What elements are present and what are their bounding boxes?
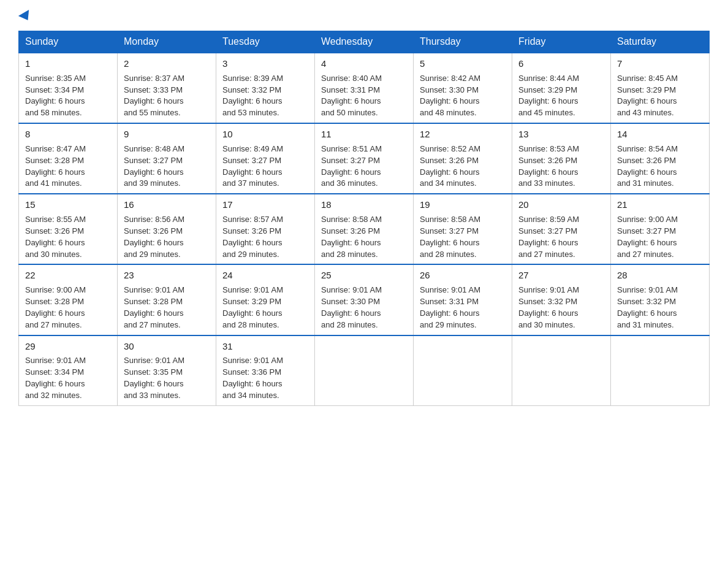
calendar-cell: 17 Sunrise: 8:57 AMSunset: 3:26 PMDaylig… (216, 194, 315, 264)
day-number: 23 (124, 269, 210, 282)
weekday-header-friday: Friday (512, 31, 611, 53)
day-info: Sunrise: 8:58 AMSunset: 3:26 PMDaylight:… (321, 215, 382, 259)
calendar-cell: 30 Sunrise: 9:01 AMSunset: 3:35 PMDaylig… (118, 335, 216, 406)
day-number: 31 (222, 340, 308, 353)
calendar-cell: 18 Sunrise: 8:58 AMSunset: 3:26 PMDaylig… (315, 194, 414, 264)
day-number: 22 (25, 269, 111, 282)
day-number: 28 (617, 269, 703, 282)
logo-arrow-icon (18, 10, 33, 23)
day-number: 18 (321, 198, 407, 212)
calendar-cell: 20 Sunrise: 8:59 AMSunset: 3:27 PMDaylig… (512, 194, 611, 264)
day-number: 21 (617, 198, 703, 212)
calendar-cell: 11 Sunrise: 8:51 AMSunset: 3:27 PMDaylig… (315, 123, 414, 194)
day-number: 15 (25, 198, 111, 212)
weekday-header-thursday: Thursday (414, 31, 512, 53)
weekday-header-tuesday: Tuesday (216, 31, 315, 53)
day-number: 13 (518, 128, 604, 141)
day-info: Sunrise: 8:54 AMSunset: 3:26 PMDaylight:… (617, 144, 678, 188)
calendar-cell: 22 Sunrise: 9:00 AMSunset: 3:28 PMDaylig… (19, 264, 118, 335)
calendar-cell: 31 Sunrise: 9:01 AMSunset: 3:36 PMDaylig… (216, 335, 315, 406)
day-info: Sunrise: 9:00 AMSunset: 3:27 PMDaylight:… (617, 215, 678, 259)
calendar-cell: 3 Sunrise: 8:39 AMSunset: 3:32 PMDayligh… (216, 53, 315, 123)
weekday-header-sunday: Sunday (19, 31, 118, 53)
day-info: Sunrise: 9:01 AMSunset: 3:36 PMDaylight:… (222, 356, 283, 400)
calendar-cell: 13 Sunrise: 8:53 AMSunset: 3:26 PMDaylig… (512, 123, 611, 194)
day-number: 1 (25, 57, 111, 71)
day-number: 9 (124, 128, 210, 141)
calendar-table: SundayMondayTuesdayWednesdayThursdayFrid… (18, 31, 710, 406)
day-number: 29 (25, 340, 111, 353)
day-number: 17 (222, 198, 308, 212)
day-info: Sunrise: 8:44 AMSunset: 3:29 PMDaylight:… (518, 74, 579, 118)
day-info: Sunrise: 8:35 AMSunset: 3:34 PMDaylight:… (25, 74, 86, 118)
day-number: 4 (321, 57, 407, 71)
day-info: Sunrise: 8:52 AMSunset: 3:26 PMDaylight:… (420, 144, 480, 188)
calendar-cell: 24 Sunrise: 9:01 AMSunset: 3:29 PMDaylig… (216, 264, 315, 335)
day-number: 5 (420, 57, 506, 71)
week-row-3: 15 Sunrise: 8:55 AMSunset: 3:26 PMDaylig… (19, 194, 710, 264)
day-info: Sunrise: 8:58 AMSunset: 3:27 PMDaylight:… (420, 215, 480, 259)
day-info: Sunrise: 8:37 AMSunset: 3:33 PMDaylight:… (124, 74, 184, 118)
week-row-2: 8 Sunrise: 8:47 AMSunset: 3:28 PMDayligh… (19, 123, 710, 194)
day-number: 16 (124, 198, 210, 212)
day-number: 7 (617, 57, 703, 71)
calendar-cell: 25 Sunrise: 9:01 AMSunset: 3:30 PMDaylig… (315, 264, 414, 335)
day-info: Sunrise: 8:59 AMSunset: 3:27 PMDaylight:… (518, 215, 579, 259)
calendar-cell: 28 Sunrise: 9:01 AMSunset: 3:32 PMDaylig… (611, 264, 710, 335)
day-number: 11 (321, 128, 407, 141)
calendar-cell: 12 Sunrise: 8:52 AMSunset: 3:26 PMDaylig… (414, 123, 512, 194)
day-info: Sunrise: 8:51 AMSunset: 3:27 PMDaylight:… (321, 144, 382, 188)
day-number: 27 (518, 269, 604, 282)
week-row-1: 1 Sunrise: 8:35 AMSunset: 3:34 PMDayligh… (19, 53, 710, 123)
calendar-cell (512, 335, 611, 406)
day-info: Sunrise: 9:01 AMSunset: 3:35 PMDaylight:… (124, 356, 184, 400)
day-info: Sunrise: 9:01 AMSunset: 3:31 PMDaylight:… (420, 285, 480, 329)
day-number: 30 (124, 340, 210, 353)
day-number: 3 (222, 57, 308, 71)
calendar-cell: 1 Sunrise: 8:35 AMSunset: 3:34 PMDayligh… (19, 53, 118, 123)
day-info: Sunrise: 8:55 AMSunset: 3:26 PMDaylight:… (25, 215, 86, 259)
logo (18, 12, 32, 21)
weekday-header-wednesday: Wednesday (315, 31, 414, 53)
day-info: Sunrise: 9:01 AMSunset: 3:32 PMDaylight:… (617, 285, 678, 329)
weekday-header-saturday: Saturday (611, 31, 710, 53)
day-info: Sunrise: 9:01 AMSunset: 3:28 PMDaylight:… (124, 285, 184, 329)
weekday-header-row: SundayMondayTuesdayWednesdayThursdayFrid… (19, 31, 710, 53)
calendar-cell: 19 Sunrise: 8:58 AMSunset: 3:27 PMDaylig… (414, 194, 512, 264)
day-info: Sunrise: 8:53 AMSunset: 3:26 PMDaylight:… (518, 144, 579, 188)
page-header (18, 12, 710, 21)
calendar-cell: 14 Sunrise: 8:54 AMSunset: 3:26 PMDaylig… (611, 123, 710, 194)
calendar-cell: 16 Sunrise: 8:56 AMSunset: 3:26 PMDaylig… (118, 194, 216, 264)
day-number: 26 (420, 269, 506, 282)
day-number: 2 (124, 57, 210, 71)
day-info: Sunrise: 8:40 AMSunset: 3:31 PMDaylight:… (321, 74, 382, 118)
day-info: Sunrise: 8:49 AMSunset: 3:27 PMDaylight:… (222, 144, 283, 188)
day-number: 20 (518, 198, 604, 212)
day-info: Sunrise: 9:01 AMSunset: 3:34 PMDaylight:… (25, 356, 86, 400)
day-number: 8 (25, 128, 111, 141)
calendar-cell: 6 Sunrise: 8:44 AMSunset: 3:29 PMDayligh… (512, 53, 611, 123)
day-info: Sunrise: 8:48 AMSunset: 3:27 PMDaylight:… (124, 144, 184, 188)
calendar-cell (414, 335, 512, 406)
day-number: 6 (518, 57, 604, 71)
day-number: 25 (321, 269, 407, 282)
day-info: Sunrise: 8:42 AMSunset: 3:30 PMDaylight:… (420, 74, 480, 118)
calendar-cell: 10 Sunrise: 8:49 AMSunset: 3:27 PMDaylig… (216, 123, 315, 194)
week-row-4: 22 Sunrise: 9:00 AMSunset: 3:28 PMDaylig… (19, 264, 710, 335)
calendar-cell: 4 Sunrise: 8:40 AMSunset: 3:31 PMDayligh… (315, 53, 414, 123)
calendar-cell: 21 Sunrise: 9:00 AMSunset: 3:27 PMDaylig… (611, 194, 710, 264)
day-number: 14 (617, 128, 703, 141)
calendar-cell (315, 335, 414, 406)
calendar-cell: 15 Sunrise: 8:55 AMSunset: 3:26 PMDaylig… (19, 194, 118, 264)
calendar-cell: 9 Sunrise: 8:48 AMSunset: 3:27 PMDayligh… (118, 123, 216, 194)
day-number: 19 (420, 198, 506, 212)
calendar-cell: 29 Sunrise: 9:01 AMSunset: 3:34 PMDaylig… (19, 335, 118, 406)
day-info: Sunrise: 8:57 AMSunset: 3:26 PMDaylight:… (222, 215, 283, 259)
day-number: 10 (222, 128, 308, 141)
calendar-cell: 2 Sunrise: 8:37 AMSunset: 3:33 PMDayligh… (118, 53, 216, 123)
day-info: Sunrise: 9:01 AMSunset: 3:30 PMDaylight:… (321, 285, 382, 329)
calendar-cell: 8 Sunrise: 8:47 AMSunset: 3:28 PMDayligh… (19, 123, 118, 194)
day-info: Sunrise: 8:56 AMSunset: 3:26 PMDaylight:… (124, 215, 184, 259)
calendar-cell: 23 Sunrise: 9:01 AMSunset: 3:28 PMDaylig… (118, 264, 216, 335)
day-info: Sunrise: 8:39 AMSunset: 3:32 PMDaylight:… (222, 74, 283, 118)
